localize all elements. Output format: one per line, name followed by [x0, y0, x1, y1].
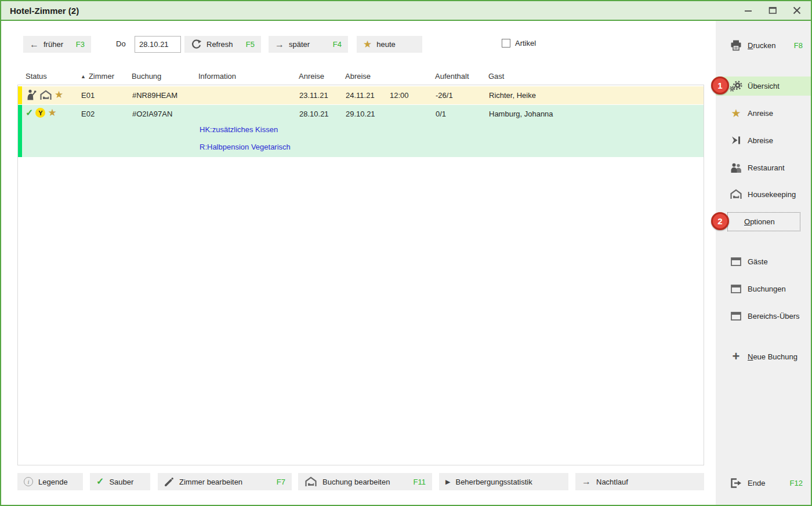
- sidebar-item-restaurant[interactable]: Restaurant: [716, 158, 811, 177]
- bereichs-uebersicht-label: Bereichs-Übers: [748, 312, 800, 321]
- main-area: ← früher F3 Do Refresh F5 → später F4: [1, 21, 716, 505]
- arrow-left-icon: ←: [30, 40, 39, 49]
- cell-abreise: 24.11.21: [346, 91, 375, 100]
- buchung-bearbeiten-fkey: F11: [414, 478, 426, 486]
- sidebar-item-uebersicht[interactable]: Übersicht: [716, 77, 811, 96]
- star-icon: ★: [48, 108, 56, 118]
- sidebar-item-optionen[interactable]: Optionen: [727, 212, 800, 231]
- cell-buchung: #O2IA97AN: [132, 110, 172, 118]
- maximize-icon: [768, 6, 777, 14]
- drucken-fkey: F8: [794, 41, 803, 50]
- star-icon: ★: [55, 90, 63, 100]
- gears-icon: [730, 81, 742, 92]
- sidebar-item-drucken[interactable]: Drucken F8: [716, 36, 811, 54]
- restaurant-label: Restaurant: [748, 163, 785, 172]
- plus-icon: +: [730, 350, 742, 363]
- sidebar-item-abreise[interactable]: Abreise: [716, 131, 811, 150]
- table-header: Status ▲Zimmer Buchung Information Anrei…: [17, 68, 704, 85]
- frueher-label: früher: [44, 40, 63, 49]
- ende-fkey: F12: [790, 479, 803, 487]
- window-icon: [730, 285, 742, 293]
- neue-buchung-label: Neue Buchung: [748, 352, 798, 361]
- refresh-button[interactable]: Refresh F5: [184, 36, 261, 53]
- frueher-fkey: F3: [76, 40, 85, 49]
- minimize-button[interactable]: [743, 5, 753, 16]
- sidebar-item-buchungen[interactable]: Buchungen: [716, 279, 811, 298]
- uebersicht-label: Übersicht: [748, 82, 780, 90]
- buchungen-label: Buchungen: [748, 285, 786, 293]
- minimize-icon: [744, 6, 752, 14]
- window-controls: [743, 5, 802, 16]
- sidebar-item-neue-buchung[interactable]: + Neue Buchung: [716, 347, 811, 366]
- spaeter-button[interactable]: → später F4: [269, 36, 348, 53]
- sidebar-item-ende[interactable]: Ende F12: [716, 474, 811, 492]
- abreise-label: Abreise: [748, 136, 773, 145]
- cell-gast: Richter, Heike: [489, 91, 536, 100]
- col-aufenthalt[interactable]: Aufenthalt: [435, 72, 469, 81]
- zimmer-bearbeiten-fkey: F7: [277, 478, 285, 486]
- sort-asc-icon: ▲: [81, 74, 86, 79]
- col-abreise[interactable]: Abreise: [345, 72, 371, 81]
- cell-aufenthalt: 0/1: [436, 110, 446, 118]
- cell-gast: Hamburg, Johanna: [489, 110, 553, 118]
- pencil-icon: [164, 477, 174, 487]
- sauber-label: Sauber: [109, 478, 133, 486]
- checkbox-box-icon[interactable]: [502, 39, 510, 48]
- col-buchung[interactable]: Buchung: [132, 72, 161, 81]
- beherbergungsstatistik-label: Beherbergungsstatistik: [455, 478, 532, 486]
- step-badge-1: 1: [711, 77, 729, 94]
- info-line-restaurant: R:Halbpension Vegetarisch: [200, 143, 291, 151]
- sidebar-item-anreise[interactable]: ★ Anreise: [716, 104, 811, 122]
- sidebar-item-housekeeping[interactable]: Housekeeping: [716, 185, 811, 203]
- refresh-fkey: F5: [246, 40, 255, 49]
- cell-abreise: 29.10.21: [346, 110, 375, 118]
- refresh-label: Refresh: [206, 40, 233, 49]
- sauber-button[interactable]: ✓ Sauber: [90, 473, 150, 490]
- table-row-e02[interactable]: ✓ Y ★ E02 #O2IA97AN 28.10.21 29.10.21 0/…: [18, 105, 704, 157]
- artikel-label: Artikel: [515, 39, 536, 48]
- gaeste-label: Gäste: [748, 257, 768, 266]
- nachtlauf-button[interactable]: → Nachtlauf: [575, 473, 704, 490]
- star-icon: ★: [730, 108, 742, 119]
- col-information[interactable]: Information: [198, 72, 236, 81]
- people-icon: [730, 163, 742, 173]
- arrow-to-bar-icon: [730, 136, 742, 145]
- info-line-housekeeping: HK:zusätzliches Kissen: [200, 125, 278, 134]
- date-input[interactable]: [135, 36, 181, 53]
- anreise-label: Anreise: [748, 109, 773, 118]
- legende-button[interactable]: i Legende: [17, 473, 83, 490]
- sidebar-item-bereichs-uebersicht[interactable]: Bereichs-Übers: [716, 307, 811, 325]
- drucken-label: Drucken: [748, 41, 775, 50]
- step-badge-2: 2: [711, 212, 729, 230]
- col-zimmer[interactable]: ▲Zimmer: [81, 72, 114, 81]
- printer-icon: [730, 40, 742, 51]
- window-icon: [730, 312, 742, 321]
- buchung-bearbeiten-label: Buchung bearbeiten: [322, 478, 390, 486]
- nachtlauf-label: Nachtlauf: [596, 478, 628, 486]
- beherbergungsstatistik-button[interactable]: ▶ Beherbergungsstatistik: [439, 473, 568, 490]
- col-gast[interactable]: Gast: [488, 72, 504, 81]
- col-status[interactable]: Status: [26, 72, 47, 81]
- col-anreise[interactable]: Anreise: [299, 72, 324, 81]
- window-icon: [730, 257, 742, 266]
- table-row-e01[interactable]: ★ E01 #NR89HEAM 23.11.21 24.11.21 12:00 …: [18, 86, 704, 104]
- titlebar: Hotel-Zimmer (2): [1, 1, 811, 21]
- cell-anreise: 28.10.21: [299, 110, 329, 118]
- refresh-icon: [191, 39, 202, 50]
- spaeter-fkey: F4: [333, 40, 342, 49]
- heute-button[interactable]: ★ heute: [357, 36, 422, 53]
- frueher-button[interactable]: ← früher F3: [23, 36, 91, 53]
- maximize-button[interactable]: [767, 5, 778, 16]
- housekeeping-bed-icon: [39, 90, 52, 100]
- cleaning-person-icon: [26, 89, 37, 100]
- housekeeping-bed-icon: [730, 189, 742, 199]
- zimmer-bearbeiten-button[interactable]: Zimmer bearbeiten F7: [158, 473, 292, 490]
- cell-zimmer: E02: [81, 110, 95, 118]
- sidebar-item-gaeste[interactable]: Gäste: [716, 252, 811, 271]
- status-icons: ★: [26, 89, 63, 100]
- artikel-checkbox[interactable]: Artikel: [502, 39, 536, 48]
- housekeeping-bed-icon: [304, 476, 317, 487]
- close-button[interactable]: [792, 5, 802, 16]
- buchung-bearbeiten-button[interactable]: Buchung bearbeiten F11: [298, 473, 432, 490]
- y-status-badge: Y: [35, 108, 45, 118]
